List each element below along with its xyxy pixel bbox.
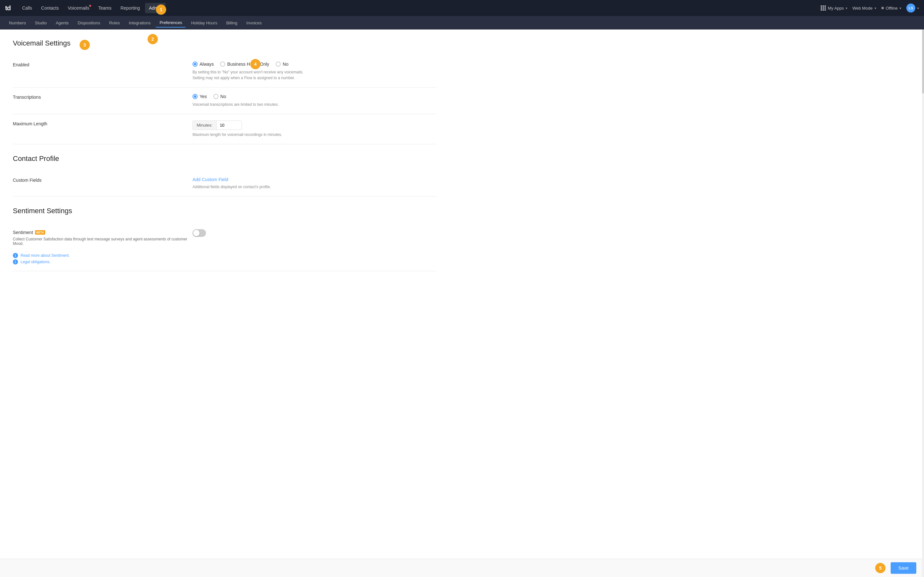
add-custom-field-link[interactable]: Add Custom Field — [192, 177, 228, 182]
enabled-business-hours-radio[interactable] — [220, 61, 225, 67]
sentiment-left: Sentiment BETA Collect Customer Satisfac… — [13, 229, 192, 264]
scrollbar-track[interactable] — [922, 29, 924, 281]
offline-chevron: ▾ — [900, 6, 901, 10]
sentiment-toggle[interactable] — [192, 229, 206, 237]
step-1-badge: 1 — [156, 5, 166, 15]
nav-item-reporting[interactable]: Reporting — [116, 3, 144, 13]
enabled-business-hours-option[interactable]: Business Hours Only — [220, 61, 269, 67]
enabled-label: Enabled — [13, 61, 192, 67]
status-dot — [881, 7, 884, 9]
enabled-no-radio[interactable] — [276, 61, 281, 67]
max-length-label: Maximum Length — [13, 121, 192, 126]
subnav-agents[interactable]: Agents — [52, 19, 73, 27]
enabled-always-option[interactable]: Always — [192, 61, 214, 67]
step-3-badge: 3 — [79, 40, 90, 50]
logo[interactable]: td — [5, 5, 11, 12]
scrollbar-thumb[interactable] — [922, 29, 924, 93]
transcriptions-control: Yes No Voicemail transcriptions are limi… — [192, 94, 436, 107]
transcriptions-radio-group: Yes No — [192, 94, 436, 99]
subnav-billing[interactable]: Billing — [222, 19, 241, 27]
sentiment-description: Collect Customer Satisfaction data throu… — [13, 237, 192, 246]
voicemail-section: 3 Voicemail Settings Enabled 4 Always — [13, 39, 436, 144]
subnav-studio[interactable]: Studio — [31, 19, 51, 27]
main-content: 3 Voicemail Settings Enabled 4 Always — [0, 29, 449, 281]
step-2-badge: 2 — [148, 34, 158, 44]
subnav-invoices[interactable]: Invoices — [242, 19, 266, 27]
subnav-dispositions[interactable]: Dispositions — [74, 19, 104, 27]
custom-fields-row: Custom Fields Add Custom Field Additiona… — [13, 171, 436, 197]
subnav-preferences[interactable]: Preferences — [156, 18, 186, 27]
legal-link[interactable]: i Legal obligations. — [13, 259, 192, 264]
minutes-input-group: Minutes: — [192, 121, 436, 130]
sentiment-links: i Read more about Sentiment. i Legal obl… — [13, 253, 192, 264]
read-more-link[interactable]: i Read more about Sentiment. — [13, 253, 192, 258]
info-icon-legal: i — [13, 259, 18, 264]
my-apps-button[interactable]: My Apps ▾ — [821, 5, 847, 11]
subnav-numbers[interactable]: Numbers — [5, 19, 30, 27]
grid-icon — [821, 5, 826, 11]
voicemails-dot — [89, 5, 91, 7]
subnav-holiday-hours[interactable]: Holiday Hours — [187, 19, 221, 27]
transcriptions-helper: Voicemail transcriptions are limited to … — [192, 102, 436, 107]
sentiment-section-title: Sentiment Settings — [13, 207, 436, 215]
sentiment-row: Sentiment BETA Collect Customer Satisfac… — [13, 223, 436, 271]
sentiment-toggle-control — [192, 229, 436, 237]
minutes-field[interactable] — [216, 121, 242, 130]
sentiment-section: Sentiment Settings Sentiment BETA Collec… — [13, 207, 436, 271]
enabled-helper: By setting this to "No" your account won… — [192, 69, 436, 81]
enabled-radio-group: Always Business Hours Only No — [192, 61, 436, 67]
max-length-control: Minutes: Maximum length for voicemail re… — [192, 121, 436, 137]
enabled-no-option[interactable]: No — [276, 61, 288, 67]
transcriptions-no-option[interactable]: No — [213, 94, 226, 99]
step-4-badge: 4 — [250, 59, 260, 69]
top-navigation: 1 td Calls Contacts Voicemails Teams Rep… — [0, 0, 924, 16]
contact-profile-title: Contact Profile — [13, 155, 436, 163]
nav-item-voicemails[interactable]: Voicemails — [64, 3, 93, 13]
custom-fields-helper: Additional fields displayed on contact's… — [192, 184, 436, 190]
sub-navigation: 2 Numbers Studio Agents Dispositions Rol… — [0, 16, 924, 29]
minutes-label: Minutes: — [192, 121, 216, 130]
beta-badge: BETA — [35, 230, 45, 235]
nav-item-teams[interactable]: Teams — [94, 3, 115, 13]
transcriptions-no-radio[interactable] — [213, 94, 218, 99]
enabled-control: 4 Always Business Hours Only No — [192, 61, 436, 81]
subnav-integrations[interactable]: Integrations — [125, 19, 154, 27]
info-icon-read: i — [13, 253, 18, 258]
max-length-row: Maximum Length Minutes: Maximum length f… — [13, 114, 436, 144]
nav-right: My Apps ▾ Web Mode ▾ Offline ▾ LS ▾ — [821, 3, 919, 13]
custom-fields-label: Custom Fields — [13, 177, 192, 183]
subnav-roles[interactable]: Roles — [105, 19, 124, 27]
max-length-helper: Maximum length for voicemail recordings … — [192, 132, 436, 137]
contact-profile-section: Contact Profile Custom Fields Add Custom… — [13, 155, 436, 197]
voicemail-section-title: Voicemail Settings — [13, 39, 436, 47]
user-menu[interactable]: LS ▾ — [906, 3, 919, 13]
enabled-always-radio[interactable] — [192, 61, 198, 67]
offline-status[interactable]: Offline ▾ — [881, 6, 901, 11]
web-mode-button[interactable]: Web Mode ▾ — [853, 6, 876, 11]
user-avatar: LS — [906, 3, 915, 13]
top-nav-items: Calls Contacts Voicemails Teams Reportin… — [18, 3, 821, 13]
nav-item-contacts[interactable]: Contacts — [37, 3, 63, 13]
user-chevron: ▾ — [917, 6, 919, 10]
transcriptions-yes-option[interactable]: Yes — [192, 94, 207, 99]
custom-fields-control: Add Custom Field Additional fields displ… — [192, 177, 436, 190]
transcriptions-yes-radio[interactable] — [192, 94, 198, 99]
enabled-row: Enabled 4 Always Business Hours Only — [13, 55, 436, 87]
transcriptions-row: Transcriptions Yes No Voicemail transcri… — [13, 87, 436, 114]
myapps-chevron: ▾ — [846, 6, 847, 10]
webmode-chevron: ▾ — [875, 6, 876, 10]
nav-item-calls[interactable]: Calls — [18, 3, 36, 13]
transcriptions-label: Transcriptions — [13, 94, 192, 100]
toggle-knob — [193, 230, 200, 236]
